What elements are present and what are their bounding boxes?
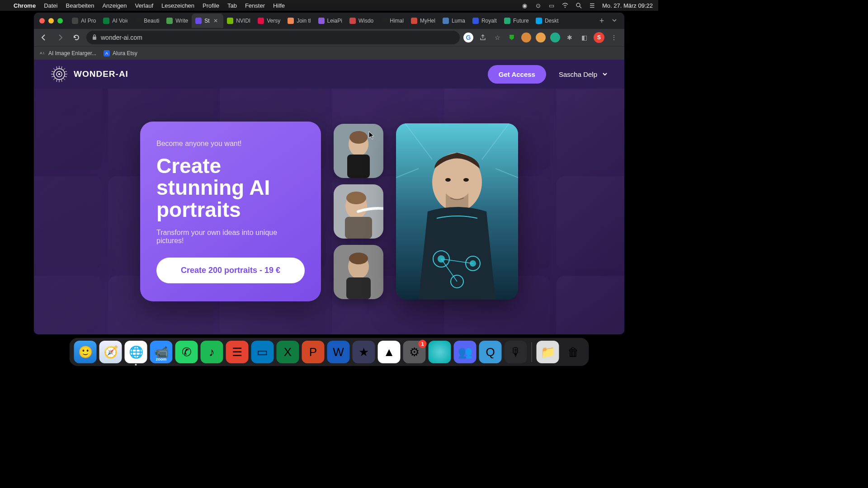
extension-icon-2[interactable] [536, 33, 546, 42]
browser-tab[interactable]: Versy [254, 14, 284, 28]
back-button[interactable] [38, 31, 50, 44]
hero-kicker: Become anyone you want! [156, 140, 305, 148]
menu-profile[interactable]: Profile [203, 2, 219, 9]
dock-imovie[interactable]: ★ [353, 341, 375, 363]
svg-line-14 [61, 66, 62, 69]
dock-quicktime[interactable]: Q [479, 341, 502, 363]
browser-tab[interactable]: Join tl [284, 14, 314, 28]
get-access-button[interactable]: Get Access [488, 65, 546, 84]
dock-zoom[interactable]: 📹zoom [150, 341, 173, 363]
menubar-datetime[interactable]: Mo. 27. März 09:22 [602, 2, 653, 9]
dock-todoist[interactable]: ☰ [226, 341, 249, 363]
browser-tab[interactable]: NVIDI [223, 14, 254, 28]
dock-word[interactable]: W [327, 341, 350, 363]
new-tab-button[interactable]: + [595, 14, 608, 27]
tab-title: Versy [267, 18, 280, 24]
menu-lesezeichen[interactable]: Lesezeichen [161, 2, 194, 9]
dock-drive[interactable]: ▲ [378, 341, 401, 363]
address-bar[interactable]: wonder-ai.com [86, 31, 460, 44]
battery-icon[interactable]: ▭ [548, 2, 555, 9]
chrome-menu-button[interactable]: ⋮ [609, 33, 619, 42]
dock-app-teal[interactable] [429, 341, 451, 363]
browser-tab[interactable]: Sta✕ [192, 14, 223, 28]
reload-button[interactable] [70, 31, 83, 44]
dock-downloads[interactable]: 📁 [537, 341, 559, 363]
translate-icon[interactable]: G [463, 33, 473, 42]
forward-button[interactable] [54, 31, 66, 44]
dock-trash[interactable]: 🗑 [562, 341, 585, 363]
wifi-icon[interactable] [561, 2, 569, 9]
record-icon[interactable]: ◉ [521, 2, 528, 9]
extensions-puzzle-icon[interactable]: ✱ [565, 33, 575, 42]
browser-tab[interactable]: AI Voic [99, 14, 131, 28]
dock-safari[interactable]: 🧭 [99, 341, 122, 363]
menu-hilfe[interactable]: Hilfe [273, 2, 285, 9]
browser-tab[interactable]: LeiaPi [315, 14, 346, 28]
tab-title: Beauti [144, 18, 159, 24]
share-icon[interactable] [478, 33, 488, 42]
dock-badge: 1 [419, 340, 427, 348]
dock-finder[interactable]: 🙂 [74, 341, 97, 363]
dock-glyph-icon: ♪ [209, 345, 215, 359]
browser-tab[interactable]: MyHel [407, 14, 439, 28]
bookmark-alura[interactable]: A Alura Etsy [104, 50, 137, 56]
site-logo[interactable]: WONDER-AI [50, 65, 128, 83]
menu-fenster[interactable]: Fenster [245, 2, 265, 9]
menubar-app-name[interactable]: Chrome [14, 2, 36, 9]
browser-tab[interactable]: Deskt [532, 14, 562, 28]
browser-tab[interactable]: Write [163, 14, 192, 28]
dock-powerpoint[interactable]: P [302, 341, 325, 363]
tab-title: Himal [390, 18, 404, 24]
dock-audio[interactable]: 🎙 [505, 341, 527, 363]
close-window-button[interactable] [39, 18, 45, 23]
menu-datei[interactable]: Datei [44, 2, 57, 9]
profile-avatar[interactable]: S [594, 32, 604, 43]
menu-anzeigen[interactable]: Anzeigen [102, 2, 127, 9]
tab-title: NVIDI [236, 18, 250, 24]
browser-tab[interactable]: Wisdo [346, 14, 377, 28]
extension-icon-3[interactable] [550, 33, 560, 42]
bookmark-star-icon[interactable]: ☆ [492, 33, 502, 42]
tab-favicon-icon [135, 18, 141, 24]
sidepanel-icon[interactable]: ◧ [579, 33, 589, 42]
arrow-icon [356, 184, 383, 239]
create-portraits-button[interactable]: Create 200 portraits - 19 € [156, 258, 305, 283]
tabs-dropdown-button[interactable] [608, 17, 621, 25]
dock-whatsapp[interactable]: ✆ [175, 341, 198, 363]
menu-verlauf[interactable]: Verlauf [135, 2, 153, 9]
dock-spotify[interactable]: ♪ [201, 341, 223, 363]
browser-tab[interactable]: Beauti [131, 14, 163, 28]
maximize-window-button[interactable] [57, 18, 63, 23]
minimize-window-button[interactable] [48, 18, 54, 23]
tab-close-button[interactable]: ✕ [213, 18, 220, 24]
browser-tab[interactable]: Royalt [469, 14, 500, 28]
svg-point-21 [58, 73, 60, 75]
control-center-icon[interactable]: ☰ [589, 2, 596, 9]
extension-shield-icon[interactable]: ⛊ [507, 33, 517, 42]
dock-trello[interactable]: ▭ [251, 341, 274, 363]
search-icon[interactable] [575, 2, 582, 9]
sample-photos [334, 124, 383, 299]
tab-favicon-icon [195, 18, 202, 24]
dock-chrome[interactable]: 🌐 [125, 341, 147, 363]
tab-favicon-icon [227, 18, 233, 24]
bookmark-ai-enlarger[interactable]: A.I. AI Image Enlarger... [39, 50, 96, 56]
dock-excel[interactable]: X [277, 341, 299, 363]
menu-tab[interactable]: Tab [227, 2, 237, 9]
browser-tab[interactable]: Future [500, 14, 532, 28]
dock-glyph-icon: ▭ [257, 345, 268, 359]
browser-tab[interactable]: AI Pro [68, 14, 99, 28]
clock-icon[interactable]: ⊙ [534, 2, 542, 9]
menu-bearbeiten[interactable]: Bearbeiten [66, 2, 94, 9]
extension-icon-1[interactable] [521, 33, 531, 42]
dock-settings[interactable]: ⚙1 [403, 341, 426, 363]
dock-glyph-icon: X [284, 345, 292, 359]
svg-line-12 [53, 78, 55, 80]
dock-glyph-icon: 👥 [458, 345, 472, 359]
dock-glyph-icon: ⚙ [409, 345, 420, 359]
user-menu[interactable]: Sascha Delp [559, 70, 608, 78]
browser-tab[interactable]: Himal [377, 14, 407, 28]
dock-discord[interactable]: 👥 [454, 341, 476, 363]
browser-tab[interactable]: Luma [439, 14, 469, 28]
sample-photo-2 [334, 184, 383, 239]
